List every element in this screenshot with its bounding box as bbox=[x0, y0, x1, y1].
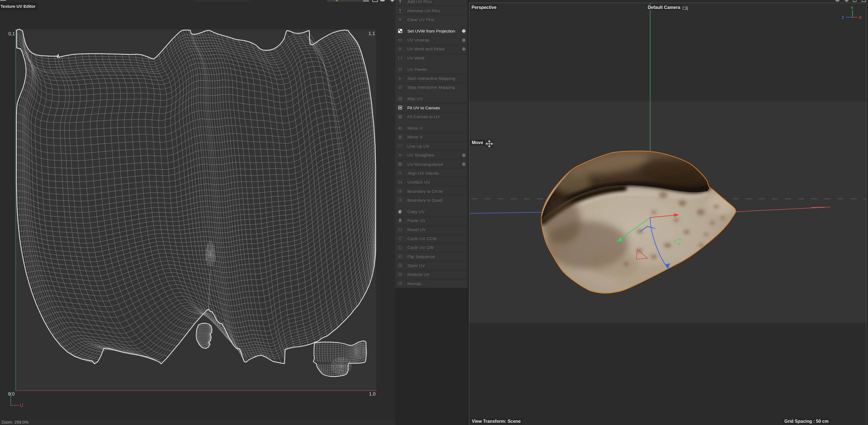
svg-text:Z: Z bbox=[842, 15, 844, 20]
svg-text:Y: Y bbox=[851, 6, 854, 10]
svg-text:X: X bbox=[859, 15, 862, 20]
